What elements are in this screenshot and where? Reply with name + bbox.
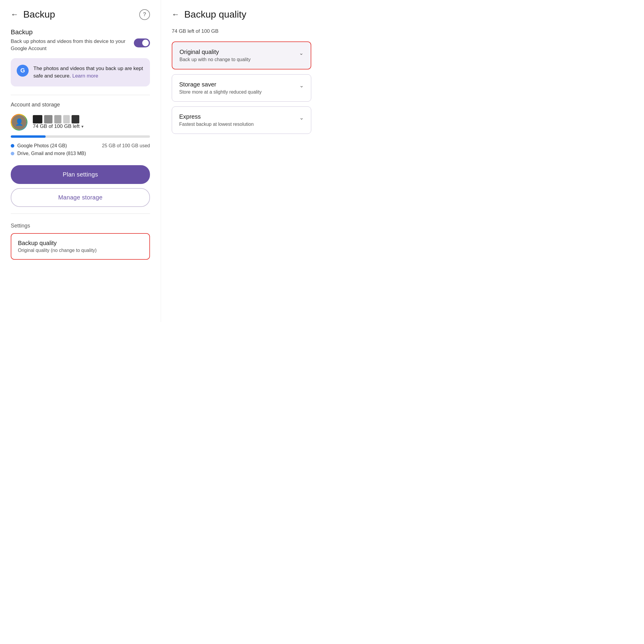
bar-gray3 [63, 115, 70, 123]
drive-left: Drive, Gmail and more (813 MB) [11, 151, 86, 156]
storage-text-row[interactable]: 74 GB of 100 GB left ▾ [33, 123, 83, 129]
divider-1 [11, 95, 150, 95]
chevron-storage-saver: ⌄ [299, 82, 304, 89]
google-photos-dot [11, 144, 14, 148]
storage-dropdown-arrow[interactable]: ▾ [81, 124, 83, 129]
chevron-original: ⌄ [299, 50, 304, 56]
divider-2 [11, 213, 150, 214]
left-header: ← Backup ? [11, 9, 150, 20]
chevron-express: ⌄ [299, 114, 304, 121]
quality-option-storage-saver-text: Storage saver Store more at a slightly r… [179, 81, 262, 95]
quality-option-express-text: Express Fastest backup at lowest resolut… [179, 113, 254, 127]
google-icon: G [17, 65, 29, 77]
quality-express-title: Express [179, 113, 254, 120]
bar-black [33, 115, 42, 123]
quality-option-storage-saver[interactable]: Storage saver Store more at a slightly r… [172, 74, 311, 102]
right-back-button[interactable]: ← [172, 10, 179, 19]
backup-toggle[interactable] [134, 38, 150, 47]
bar-dark [72, 115, 79, 123]
settings-label: Settings [11, 223, 150, 229]
avatar[interactable]: 👤 [11, 114, 27, 131]
back-row-left: ← Backup [11, 9, 55, 20]
back-button[interactable]: ← [11, 10, 18, 19]
quality-option-express[interactable]: Express Fastest backup at lowest resolut… [172, 106, 311, 134]
drive-label: Drive, Gmail and more (813 MB) [17, 151, 86, 156]
google-photos-left: Google Photos (24 GB) [11, 143, 67, 148]
quality-storage-saver-title: Storage saver [179, 81, 262, 88]
google-photos-label: Google Photos (24 GB) [17, 143, 67, 148]
info-box: G The photos and videos that you back up… [11, 58, 150, 86]
storage-info-text: 74 GB left of 100 GB [172, 28, 311, 34]
left-panel: ← Backup ? Backup Back up photos and vid… [0, 0, 161, 322]
backup-description: Back up photos and videos from this devi… [11, 38, 130, 52]
avatar-inner: 👤 [12, 115, 27, 130]
storage-progress-bar [11, 135, 150, 138]
learn-more-link[interactable]: Learn more [72, 73, 98, 79]
quality-option-original-text: Original quality Back up with no change … [179, 49, 250, 62]
settings-section: Settings Backup quality Original quality… [11, 223, 150, 260]
quality-storage-saver-sub: Store more at a slightly reduced quality [179, 89, 262, 95]
backup-desc-row: Back up photos and videos from this devi… [11, 38, 150, 52]
bar-gray1 [44, 115, 52, 123]
page-title: Backup [23, 9, 55, 20]
quality-original-title: Original quality [179, 49, 250, 55]
drive-dot [11, 152, 14, 155]
backup-label: Backup [11, 28, 150, 36]
storage-bars [33, 115, 83, 123]
right-page-title: Backup quality [184, 9, 246, 20]
quality-express-sub: Fastest backup at lowest resolution [179, 122, 254, 127]
backup-quality-item[interactable]: Backup quality Original quality (no chan… [11, 233, 150, 260]
storage-text: 74 GB of 100 GB left [33, 123, 80, 129]
plan-settings-button[interactable]: Plan settings [11, 165, 150, 184]
quality-option-original[interactable]: Original quality Back up with no change … [172, 41, 311, 69]
right-panel: ← Backup quality 74 GB left of 100 GB Or… [161, 0, 322, 322]
storage-info-group: 74 GB of 100 GB left ▾ [33, 115, 83, 129]
drive-detail: Drive, Gmail and more (813 MB) [11, 151, 150, 156]
google-photos-detail: Google Photos (24 GB) 25 GB of 100 GB us… [11, 143, 150, 148]
info-text: The photos and videos that you back up a… [33, 65, 144, 80]
help-button[interactable]: ? [139, 9, 150, 20]
quality-original-sub: Back up with no change to quality [179, 57, 250, 62]
account-row: 👤 74 GB of 100 GB left ▾ [11, 114, 150, 131]
bar-gray2 [54, 115, 61, 123]
progress-bar-fill [11, 135, 46, 138]
account-storage-label: Account and storage [11, 102, 150, 108]
backup-quality-title: Backup quality [18, 240, 143, 247]
google-photos-used: 25 GB of 100 GB used [102, 143, 150, 148]
manage-storage-button[interactable]: Manage storage [11, 188, 150, 207]
right-header: ← Backup quality [172, 9, 311, 20]
backup-quality-subtitle: Original quality (no change to quality) [18, 248, 143, 253]
